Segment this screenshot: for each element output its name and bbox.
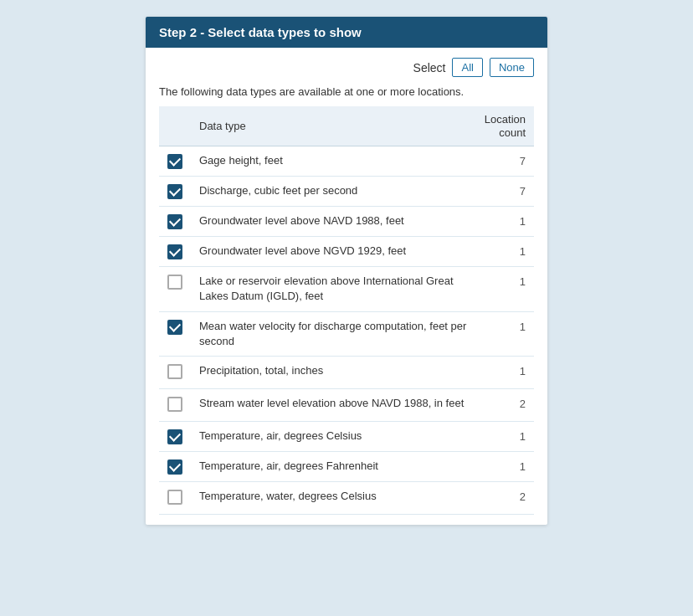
data-type-label-cell: Temperature, air, degrees Fahrenheit: [191, 451, 475, 481]
data-type-label: Temperature, water, degrees Celsius: [199, 490, 377, 502]
data-type-label-cell: Groundwater level above NGVD 1929, feet: [191, 237, 475, 267]
select-none-button[interactable]: None: [490, 58, 534, 77]
data-type-label: Temperature, air, degrees Celsius: [199, 429, 362, 442]
checkbox[interactable]: [167, 275, 182, 290]
data-type-label-cell: Groundwater level above NAVD 1988, feet: [191, 207, 475, 237]
data-type-label-cell: Precipitation, total, inches: [191, 356, 475, 388]
checkbox[interactable]: [167, 429, 182, 444]
data-type-label-cell: Lake or reservoir elevation above Intern…: [191, 267, 475, 311]
data-type-label-cell: Temperature, water, degrees Celsius: [191, 481, 475, 514]
checkbox-cell: [159, 356, 191, 388]
location-count-cell: 1: [475, 237, 534, 267]
main-panel: Step 2 - Select data types to show Selec…: [146, 17, 547, 525]
panel-header: Step 2 - Select data types to show: [146, 17, 547, 48]
data-table: Data type Locationcount Gage height, fee…: [159, 106, 534, 515]
checkbox-cell: [159, 311, 191, 356]
checkbox[interactable]: [167, 490, 182, 505]
location-count-cell: 1: [475, 451, 534, 481]
location-count-cell: 7: [475, 146, 534, 177]
table-row: Mean water velocity for discharge comput…: [159, 311, 534, 356]
location-count-cell: 7: [475, 177, 534, 207]
table-row: Groundwater level above NGVD 1929, feet1: [159, 237, 534, 267]
checkbox-cell: [159, 207, 191, 237]
checkbox-cell: [159, 451, 191, 481]
checkbox-cell: [159, 267, 191, 311]
table-row: Lake or reservoir elevation above Intern…: [159, 267, 534, 311]
checkbox[interactable]: [167, 184, 182, 199]
data-type-label: Mean water velocity for discharge comput…: [199, 320, 466, 347]
data-type-label: Groundwater level above NGVD 1929, feet: [199, 244, 406, 257]
location-count-cell: 1: [475, 207, 534, 237]
data-type-label: Temperature, air, degrees Fahrenheit: [199, 459, 378, 472]
select-label: Select: [413, 61, 446, 74]
checkbox-cell: [159, 421, 191, 451]
panel-body: Select All None The following data types…: [146, 48, 547, 525]
table-row: Temperature, air, degrees Celsius1: [159, 421, 534, 451]
data-type-label: Groundwater level above NAVD 1988, feet: [199, 214, 404, 227]
location-count-cell: 2: [475, 388, 534, 421]
table-row: Temperature, water, degrees Celsius2: [159, 481, 534, 514]
table-row: Groundwater level above NAVD 1988, feet1: [159, 207, 534, 237]
data-type-label: Gage height, feet: [199, 154, 283, 167]
table-row: Stream water level elevation above NAVD …: [159, 388, 534, 421]
location-count-cell: 1: [475, 421, 534, 451]
checkbox-cell: [159, 237, 191, 267]
table-header-row: Data type Locationcount: [159, 106, 534, 146]
data-type-label: Discharge, cubic feet per second: [199, 184, 357, 197]
checkbox[interactable]: [167, 244, 182, 259]
data-type-label: Precipitation, total, inches: [199, 364, 323, 377]
checkbox-cell: [159, 481, 191, 514]
checkbox-cell: [159, 146, 191, 177]
datatype-header: Data type: [191, 106, 475, 146]
info-text: The following data types are available a…: [159, 85, 534, 98]
data-type-label: Lake or reservoir elevation above Intern…: [199, 275, 454, 302]
checkbox[interactable]: [167, 459, 182, 475]
location-count-cell: 1: [475, 311, 534, 356]
checkbox[interactable]: [167, 214, 182, 229]
table-row: Precipitation, total, inches1: [159, 356, 534, 388]
location-count-cell: 2: [475, 481, 534, 514]
data-type-label-cell: Discharge, cubic feet per second: [191, 177, 475, 207]
table-row: Temperature, air, degrees Fahrenheit1: [159, 451, 534, 481]
location-count-header: Locationcount: [475, 106, 534, 146]
table-row: Gage height, feet7: [159, 146, 534, 177]
data-type-label-cell: Mean water velocity for discharge comput…: [191, 311, 475, 356]
checkbox-cell: [159, 388, 191, 421]
checkbox[interactable]: [167, 154, 182, 169]
data-type-label-cell: Temperature, air, degrees Celsius: [191, 421, 475, 451]
table-row: Discharge, cubic feet per second7: [159, 177, 534, 207]
checkbox[interactable]: [167, 397, 182, 412]
checkbox[interactable]: [167, 320, 182, 335]
data-type-label-cell: Stream water level elevation above NAVD …: [191, 388, 475, 421]
checkbox[interactable]: [167, 364, 182, 379]
select-all-button[interactable]: All: [452, 58, 482, 77]
data-type-label: Stream water level elevation above NAVD …: [199, 397, 464, 409]
panel-title: Step 2 - Select data types to show: [159, 25, 362, 39]
checkbox-cell: [159, 177, 191, 207]
data-type-label-cell: Gage height, feet: [191, 146, 475, 177]
select-row: Select All None: [159, 58, 534, 77]
location-count-cell: 1: [475, 267, 534, 311]
location-count-cell: 1: [475, 356, 534, 388]
checkbox-header-cell: [159, 106, 191, 146]
